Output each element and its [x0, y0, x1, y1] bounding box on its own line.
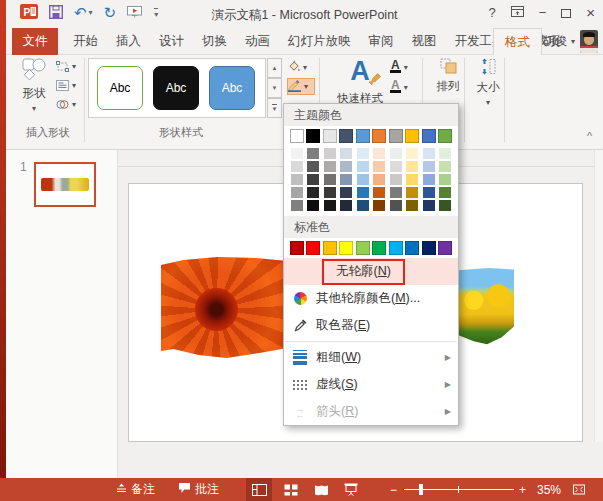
- maximize-icon[interactable]: [561, 9, 571, 18]
- shape-style-preset-2[interactable]: Abc: [153, 66, 199, 110]
- standard-color-swatch-1[interactable]: [290, 241, 304, 255]
- standard-color-swatch-4[interactable]: [339, 241, 353, 255]
- standard-color-swatch-5[interactable]: [356, 241, 370, 255]
- reading-view-button[interactable]: [308, 478, 334, 501]
- ribbon-tab-6[interactable]: 幻灯片放映: [279, 28, 360, 55]
- theme-variant-swatch-9-3[interactable]: [422, 173, 436, 186]
- yellow-tulips-image[interactable]: [458, 268, 514, 345]
- standard-color-swatch-3[interactable]: [323, 241, 337, 255]
- theme-variant-swatch-6-3[interactable]: [372, 173, 386, 186]
- theme-variant-swatch-1-3[interactable]: [290, 173, 304, 186]
- theme-variant-swatch-4-5[interactable]: [339, 199, 353, 212]
- shape-outline-button[interactable]: ▾: [287, 78, 315, 95]
- theme-variant-swatch-6-1[interactable]: [372, 147, 386, 160]
- theme-color-swatch-10[interactable]: [438, 129, 452, 143]
- zoom-slider-thumb[interactable]: [419, 484, 423, 495]
- theme-variant-swatch-2-4[interactable]: [306, 186, 320, 199]
- quick-styles-button[interactable]: A 快速样式: [324, 58, 396, 106]
- collapse-ribbon-icon[interactable]: ^: [582, 128, 597, 144]
- user-account[interactable]: 胡俊 ▾: [543, 28, 575, 55]
- theme-color-swatch-5[interactable]: [356, 129, 370, 143]
- theme-variant-swatch-7-2[interactable]: [389, 160, 403, 173]
- theme-color-swatch-2[interactable]: [306, 129, 320, 143]
- tab-format-active[interactable]: 格式: [493, 28, 542, 55]
- size-button[interactable]: 大小 ▾: [468, 58, 508, 107]
- theme-variant-swatch-5-5[interactable]: [356, 199, 370, 212]
- theme-variant-swatch-9-2[interactable]: [422, 160, 436, 173]
- help-icon[interactable]: ?: [488, 5, 495, 21]
- theme-variant-swatch-10-1[interactable]: [438, 147, 452, 160]
- theme-variant-swatch-3-4[interactable]: [323, 186, 337, 199]
- text-outline-button[interactable]: A▾: [390, 81, 408, 93]
- text-box-button[interactable]: ▾: [56, 80, 76, 91]
- theme-color-swatch-8[interactable]: [405, 129, 419, 143]
- minimize-icon[interactable]: −: [539, 5, 547, 21]
- theme-color-swatch-4[interactable]: [339, 129, 353, 143]
- notes-toggle[interactable]: 备注: [116, 478, 155, 501]
- theme-variant-swatch-5-2[interactable]: [356, 160, 370, 173]
- ribbon-tab-2[interactable]: 插入: [107, 28, 150, 55]
- theme-variant-swatch-4-4[interactable]: [339, 186, 353, 199]
- zoom-percentage[interactable]: 35%: [537, 478, 561, 501]
- edit-shape-button[interactable]: ▾: [56, 61, 76, 72]
- theme-variant-swatch-8-2[interactable]: [405, 160, 419, 173]
- standard-color-swatch-2[interactable]: [306, 241, 320, 255]
- theme-variant-swatch-3-3[interactable]: [323, 173, 337, 186]
- comments-toggle[interactable]: 批注: [178, 478, 219, 501]
- menu-item-e[interactable]: 取色器(E): [284, 312, 458, 339]
- gallery-scroll-down-icon[interactable]: ▼: [267, 78, 282, 98]
- menu-item-n[interactable]: 无轮廓(N): [284, 258, 458, 285]
- theme-color-swatch-1[interactable]: [290, 129, 304, 143]
- shape-style-preset-1[interactable]: Abc: [97, 66, 143, 110]
- theme-variant-swatch-3-1[interactable]: [323, 147, 337, 160]
- ribbon-tab-4[interactable]: 切换: [193, 28, 236, 55]
- ribbon-display-options-icon[interactable]: [511, 5, 524, 21]
- theme-variant-swatch-4-1[interactable]: [339, 147, 353, 160]
- theme-variant-swatch-3-2[interactable]: [323, 160, 337, 173]
- theme-variant-swatch-1-1[interactable]: [290, 147, 304, 160]
- ribbon-tab-5[interactable]: 动画: [236, 28, 279, 55]
- theme-variant-swatch-10-4[interactable]: [438, 186, 452, 199]
- theme-variant-swatch-10-3[interactable]: [438, 173, 452, 186]
- vertical-scrollbar[interactable]: [594, 150, 603, 442]
- theme-variant-swatch-5-3[interactable]: [356, 173, 370, 186]
- shapes-button[interactable]: 形状 ▾: [14, 58, 54, 113]
- theme-color-swatch-6[interactable]: [372, 129, 386, 143]
- theme-variant-swatch-1-2[interactable]: [290, 160, 304, 173]
- orange-flower-image[interactable]: [161, 257, 287, 358]
- theme-variant-swatch-5-4[interactable]: [356, 186, 370, 199]
- menu-item-s[interactable]: 虚线(S)▶: [284, 371, 458, 398]
- theme-variant-swatch-2-2[interactable]: [306, 160, 320, 173]
- theme-variant-swatch-7-1[interactable]: [389, 147, 403, 160]
- ribbon-tab-1[interactable]: 开始: [64, 28, 107, 55]
- theme-variant-swatch-5-1[interactable]: [356, 147, 370, 160]
- theme-variant-swatch-6-4[interactable]: [372, 186, 386, 199]
- theme-variant-swatch-1-5[interactable]: [290, 199, 304, 212]
- standard-color-swatch-7[interactable]: [389, 241, 403, 255]
- theme-variant-swatch-4-3[interactable]: [339, 173, 353, 186]
- menu-item-m[interactable]: 其他轮廓颜色(M)...: [284, 285, 458, 312]
- theme-variant-swatch-8-1[interactable]: [405, 147, 419, 160]
- theme-variant-swatch-7-5[interactable]: [389, 199, 403, 212]
- menu-item-w[interactable]: 粗细(W)▶: [284, 344, 458, 371]
- theme-variant-swatch-9-4[interactable]: [422, 186, 436, 199]
- gallery-scroll-up-icon[interactable]: ▲: [267, 58, 282, 78]
- theme-variant-swatch-3-5[interactable]: [323, 199, 337, 212]
- theme-variant-swatch-10-5[interactable]: [438, 199, 452, 212]
- theme-variant-swatch-7-4[interactable]: [389, 186, 403, 199]
- avatar[interactable]: [580, 30, 598, 53]
- theme-variant-swatch-9-5[interactable]: [422, 199, 436, 212]
- text-fill-button[interactable]: A▾: [390, 61, 408, 73]
- theme-variant-swatch-8-5[interactable]: [405, 199, 419, 212]
- theme-color-swatch-7[interactable]: [389, 129, 403, 143]
- theme-variant-swatch-2-5[interactable]: [306, 199, 320, 212]
- theme-variant-swatch-6-5[interactable]: [372, 199, 386, 212]
- theme-variant-swatch-4-2[interactable]: [339, 160, 353, 173]
- theme-variant-swatch-8-4[interactable]: [405, 186, 419, 199]
- close-icon[interactable]: ×: [586, 5, 595, 21]
- ribbon-tab-8[interactable]: 视图: [403, 28, 446, 55]
- shape-style-preset-3[interactable]: Abc: [209, 66, 255, 110]
- theme-variant-swatch-1-4[interactable]: [290, 186, 304, 199]
- theme-variant-swatch-10-2[interactable]: [438, 160, 452, 173]
- standard-color-swatch-9[interactable]: [422, 241, 436, 255]
